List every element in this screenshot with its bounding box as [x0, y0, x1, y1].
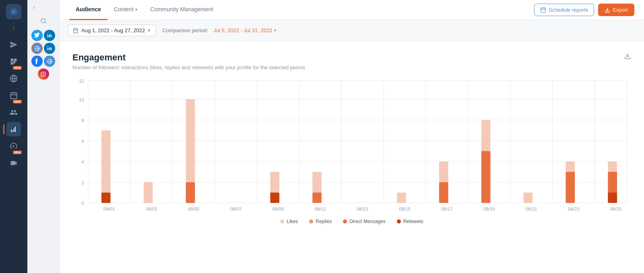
reports-icon[interactable]: NEW — [6, 139, 21, 153]
legend-replies: Replies — [309, 219, 332, 224]
linkedin-profile-2[interactable] — [44, 43, 55, 54]
collapse-arrow[interactable]: › — [30, 4, 35, 10]
svg-text:08/01: 08/01 — [103, 207, 115, 211]
svg-rect-53 — [270, 192, 279, 203]
bar-chart: 0 2 4 6 8 10 12 — [72, 79, 631, 215]
tab-content[interactable]: Content ▾ — [107, 0, 144, 20]
svg-line-4 — [45, 22, 46, 23]
main-content: Audience Content ▾ Community Management … — [60, 0, 644, 273]
calendar-icon[interactable]: NEW — [6, 88, 21, 103]
retweets-dot — [397, 219, 401, 223]
svg-text:8: 8 — [81, 118, 84, 123]
facebook-profile[interactable] — [31, 56, 43, 67]
svg-text:4: 4 — [81, 159, 84, 164]
panel-search-icon[interactable] — [40, 18, 47, 26]
bar-retweets — [101, 192, 111, 203]
schedule-icon — [540, 7, 546, 13]
svg-rect-2 — [11, 93, 17, 99]
chevron-down-icon: ▾ — [135, 7, 137, 12]
tab-community-management[interactable]: Community Management — [144, 0, 219, 20]
new-badge: NEW — [13, 66, 22, 70]
chart-title: Engagement — [72, 52, 631, 63]
profile-row-2 — [31, 43, 55, 54]
dm-dot — [343, 219, 347, 223]
svg-text:08/25: 08/25 — [610, 207, 621, 211]
svg-text:0: 0 — [81, 201, 84, 206]
svg-rect-9 — [41, 72, 45, 77]
svg-rect-58 — [439, 182, 448, 203]
schedule-reports-button[interactable]: Schedule reports — [534, 4, 594, 16]
nav-actions: Schedule reports Export — [534, 4, 634, 16]
likes-dot — [280, 219, 284, 223]
twitter-profile[interactable] — [31, 30, 43, 41]
sidebar: ⋮ NEW NEW NEW — [0, 0, 27, 273]
legend-likes: Likes — [280, 219, 298, 224]
svg-text:08/11: 08/11 — [315, 207, 326, 211]
legend-direct-messages: Direct Messages — [343, 219, 385, 224]
legend-retweets: Retweets — [397, 219, 423, 224]
svg-text:08/23: 08/23 — [568, 207, 579, 211]
svg-rect-55 — [312, 192, 322, 203]
logo-icon[interactable] — [6, 4, 21, 19]
new-badge: NEW — [13, 100, 22, 103]
svg-rect-63 — [566, 172, 575, 203]
globe-profile[interactable] — [31, 43, 43, 54]
svg-text:08/05: 08/05 — [188, 207, 199, 211]
more-options-icon[interactable]: ⋮ — [10, 22, 17, 31]
svg-text:10: 10 — [79, 97, 84, 102]
tab-audience[interactable]: Audience — [69, 0, 107, 20]
profile-row-4 — [38, 68, 49, 80]
svg-point-7 — [47, 46, 48, 47]
video-icon[interactable] — [6, 156, 21, 170]
svg-text:08/07: 08/07 — [230, 207, 242, 211]
profile-panel: › — [27, 0, 60, 273]
svg-rect-49 — [144, 182, 153, 203]
svg-text:08/09: 08/09 — [272, 207, 284, 211]
svg-text:2: 2 — [81, 180, 84, 185]
replies-dot — [309, 219, 313, 223]
instagram-profile[interactable] — [38, 68, 49, 80]
svg-rect-16 — [74, 29, 78, 33]
chart-subtitle: Number of followers' interactions (likes… — [72, 64, 631, 70]
profile-row-3 — [31, 56, 55, 67]
engage-icon[interactable] — [6, 105, 21, 120]
svg-rect-60 — [481, 151, 491, 203]
publish-icon[interactable] — [6, 37, 21, 52]
svg-text:08/19: 08/19 — [483, 207, 495, 211]
svg-text:08/15: 08/15 — [399, 207, 410, 211]
export-icon — [605, 7, 610, 13]
new-badge: NEW — [13, 151, 22, 154]
listen-icon[interactable] — [6, 71, 21, 86]
chart-legend: Likes Replies Direct Messages Retweets — [72, 219, 631, 224]
svg-text:08/13: 08/13 — [357, 207, 368, 211]
globe-profile-2[interactable] — [44, 56, 55, 67]
chart-svg: 0 2 4 6 8 10 12 — [72, 79, 631, 215]
svg-rect-56 — [397, 192, 406, 203]
svg-text:6: 6 — [81, 139, 84, 144]
svg-rect-11 — [541, 8, 545, 12]
date-range-picker[interactable]: Aug 1, 2022 - Aug 27, 2022 ▾ — [68, 25, 156, 36]
chevron-down-icon: ▾ — [274, 28, 277, 33]
download-chart-button[interactable] — [624, 52, 631, 62]
comparison-period-picker[interactable]: Comparison period: Jul 5, 2022 - Jul 31,… — [162, 27, 277, 33]
svg-text:08/03: 08/03 — [146, 207, 157, 211]
filter-bar: Aug 1, 2022 - Aug 27, 2022 ▾ Comparison … — [60, 20, 644, 41]
svg-text:08/17: 08/17 — [441, 207, 452, 211]
engagement-chart-container: Engagement Number of followers' interact… — [60, 41, 644, 273]
bar-likes — [101, 130, 111, 203]
svg-text:08/21: 08/21 — [526, 207, 537, 211]
svg-point-5 — [47, 33, 48, 34]
analytics-icon[interactable] — [6, 122, 21, 136]
export-button[interactable]: Export — [598, 4, 634, 16]
svg-rect-66 — [608, 192, 617, 203]
svg-point-3 — [41, 19, 45, 23]
top-navigation: Audience Content ▾ Community Management … — [60, 0, 644, 20]
chevron-down-icon: ▾ — [148, 27, 151, 33]
svg-rect-51 — [186, 182, 195, 203]
svg-rect-61 — [524, 192, 533, 203]
profile-row-1 — [31, 30, 55, 41]
calendar-icon — [73, 28, 78, 33]
linkedin-profile-1[interactable] — [44, 30, 55, 41]
svg-text:12: 12 — [79, 79, 84, 83]
dashboard-icon[interactable]: NEW — [6, 54, 21, 69]
